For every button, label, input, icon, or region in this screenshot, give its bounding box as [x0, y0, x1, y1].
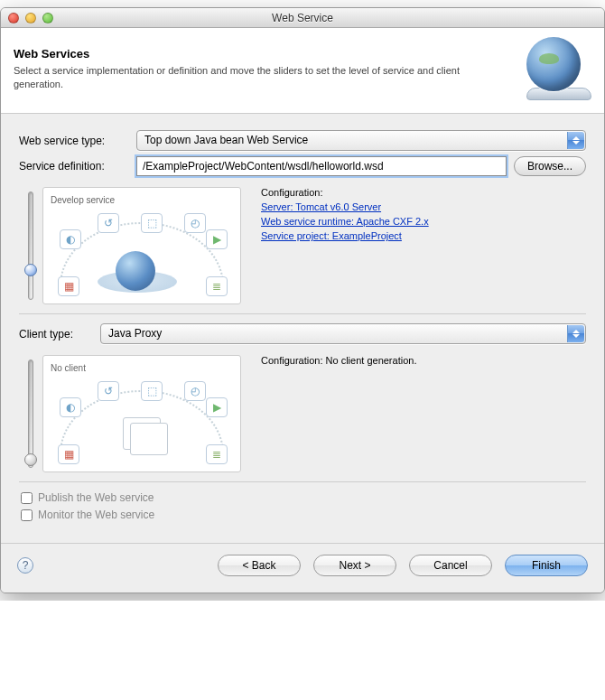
banner: Web Services Select a service implementa… — [1, 28, 604, 114]
service-definition-label: Service definition: — [19, 160, 136, 173]
diagram-node-icon: ◐ — [60, 397, 81, 417]
slider-thumb-icon[interactable] — [24, 453, 37, 466]
banner-subtext: Select a service implementation or defin… — [14, 64, 465, 91]
service-level-slider[interactable] — [19, 187, 42, 304]
help-icon[interactable]: ? — [17, 557, 33, 574]
web-service-type-value: Top down Java bean Web Service — [144, 134, 308, 146]
diagram-node-icon: ⬚ — [141, 381, 163, 401]
next-button[interactable]: Next > — [313, 555, 396, 576]
diagram-node-icon: ≣ — [206, 276, 228, 296]
diagram-node-icon: ↺ — [98, 381, 119, 401]
cancel-button[interactable]: Cancel — [409, 555, 492, 576]
service-diagram-caption: Develop service — [51, 195, 233, 205]
slider-thumb-icon[interactable] — [24, 264, 37, 276]
client-diagram: No client ◐ ↺ ⬚ ◴ ▶ ▦ ≣ — [42, 355, 241, 472]
diagram-node-icon: ◴ — [184, 381, 206, 401]
browse-button[interactable]: Browse... — [514, 156, 586, 176]
banner-heading: Web Services — [14, 47, 465, 61]
client-config: Configuration: No client generation. — [261, 355, 586, 369]
diagram-node-icon: ⬚ — [141, 213, 163, 233]
diagram-node-icon: ▶ — [206, 229, 228, 249]
separator — [19, 313, 586, 314]
diagram-node-icon: ◴ — [184, 213, 206, 233]
window-title: Web Service — [1, 12, 604, 24]
diagram-node-icon: ▦ — [58, 444, 79, 464]
finish-button[interactable]: Finish — [505, 555, 588, 576]
client-diagram-caption: No client — [51, 363, 233, 373]
client-level-slider[interactable] — [19, 355, 42, 472]
server-link[interactable]: Server: Tomcat v6.0 Server — [261, 201, 586, 212]
config-label: Configuration: — [261, 187, 586, 198]
content-area: Web service type: Top down Java bean Web… — [1, 114, 604, 543]
diagram-node-icon: ▦ — [58, 276, 79, 296]
runtime-link[interactable]: Web service runtime: Apache CXF 2.x — [261, 216, 586, 227]
service-definition-input[interactable] — [136, 156, 507, 176]
publish-checkbox-row[interactable]: Publish the Web service — [21, 491, 586, 504]
separator — [19, 481, 586, 482]
diagram-node-icon: ↺ — [98, 213, 119, 233]
diagram-node-icon: ≣ — [206, 444, 228, 464]
globe-icon — [526, 37, 591, 100]
dropdown-arrows-icon — [567, 132, 584, 149]
web-service-type-label: Web service type: — [19, 135, 136, 147]
client-type-value: Java Proxy — [108, 327, 162, 340]
monitor-checkbox[interactable] — [21, 509, 33, 521]
wizard-window: Web Service Web Services Select a servic… — [0, 7, 605, 593]
project-link[interactable]: Service project: ExampleProject — [261, 230, 586, 241]
service-diagram: Develop service ◐ ↺ ⬚ ◴ ▶ ▦ ≣ — [42, 187, 241, 304]
service-config: Configuration: Server: Tomcat v6.0 Serve… — [261, 187, 586, 245]
client-type-select[interactable]: Java Proxy — [100, 323, 586, 344]
publish-label: Publish the Web service — [38, 491, 154, 504]
diagram-node-icon: ▶ — [206, 397, 228, 417]
titlebar: Web Service — [1, 8, 604, 28]
monitor-checkbox-row[interactable]: Monitor the Web service — [21, 509, 586, 521]
monitor-label: Monitor the Web service — [38, 509, 154, 521]
diagram-node-icon: ◐ — [60, 229, 81, 249]
footer: ? < Back Next > Cancel Finish — [1, 543, 604, 593]
back-button[interactable]: < Back — [218, 555, 301, 576]
client-config-text: Configuration: No client generation. — [261, 355, 586, 366]
dropdown-arrows-icon — [567, 325, 584, 342]
publish-checkbox[interactable] — [21, 492, 33, 504]
client-type-label: Client type: — [19, 328, 100, 341]
web-service-type-select[interactable]: Top down Java bean Web Service — [136, 130, 586, 151]
